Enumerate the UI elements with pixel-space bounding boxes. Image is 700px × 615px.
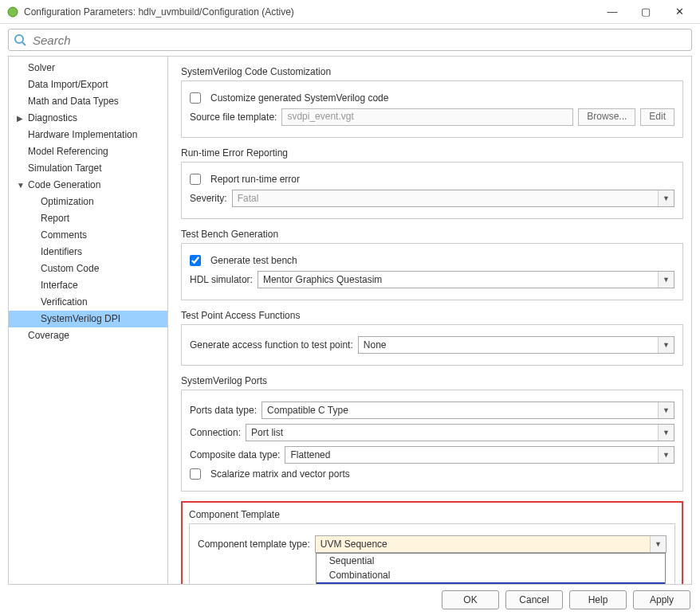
sidebar-item-label: SystemVerilog DPI [41, 313, 120, 324]
chevron-down-icon[interactable]: ▼ [658, 402, 674, 418]
sidebar-item-label: Solver [28, 62, 55, 73]
report-runtime-error-checkbox[interactable] [190, 174, 201, 185]
sidebar-item-hardware-implementation[interactable]: Hardware Implementation [9, 127, 167, 143]
close-button[interactable]: ✕ [670, 6, 689, 18]
footer: OK Cancel Help Apply [0, 585, 700, 615]
panel-testbench: Generate test bench HDL simulator: Mento… [181, 243, 683, 300]
sidebar-item-label: Identifiers [41, 246, 82, 257]
panel-component: Component template type: UVM Sequence ▼ … [189, 523, 675, 584]
connection-label: Connection: [190, 427, 241, 438]
sidebar-item-simulation-target[interactable]: Simulation Target [9, 160, 167, 177]
sidebar: SolverData Import/ExportMath and Data Ty… [9, 57, 168, 584]
sidebar-item-label: Simulation Target [28, 163, 102, 174]
sidebar-item-label: Coverage [28, 330, 69, 341]
connection-value: Port list [251, 427, 283, 438]
component-type-option[interactable]: Combinational [317, 568, 665, 582]
svg-point-1 [15, 35, 23, 43]
scalarize-label: Scalarize matrix and vector ports [210, 468, 350, 480]
sidebar-item-label: Optimization [41, 196, 94, 207]
sidebar-item-custom-code[interactable]: Custom Code [9, 260, 167, 277]
sidebar-item-verification[interactable]: Verification [9, 294, 167, 311]
sidebar-item-report[interactable]: Report [9, 210, 167, 227]
sidebar-item-label: Math and Data Types [28, 96, 119, 107]
app-icon [6, 6, 19, 18]
help-button[interactable]: Help [569, 590, 627, 609]
sidebar-item-diagnostics[interactable]: ▶Diagnostics [9, 110, 167, 127]
component-type-dropdown: SequentialCombinationalUVM SequenceUVM P… [316, 553, 666, 584]
customize-sv-label: Customize generated SystemVerilog code [210, 92, 388, 104]
report-runtime-error-label: Report run-time error [210, 174, 300, 185]
svg-point-0 [8, 7, 18, 17]
severity-select: Fatal ▼ [232, 190, 674, 207]
customize-sv-checkbox[interactable] [190, 92, 201, 104]
source-template-label: Source file template: [190, 112, 277, 123]
chevron-down-icon: ▼ [658, 190, 674, 206]
chevron-down-icon[interactable]: ▼ [658, 447, 674, 463]
sidebar-item-label: Model Referencing [28, 146, 108, 157]
hdl-simulator-label: HDL simulator: [190, 274, 253, 285]
tree-expand-icon[interactable]: ▶ [17, 112, 25, 125]
window-buttons: — ▢ ✕ [603, 6, 694, 18]
section-testbench-title: Test Bench Generation [181, 229, 683, 240]
sidebar-item-math-and-data-types[interactable]: Math and Data Types [9, 93, 167, 110]
sidebar-item-label: Data Import/Export [28, 79, 108, 90]
window-title: Configuration Parameters: hdlv_uvmbuild/… [24, 6, 603, 18]
component-type-option[interactable]: Sequential [317, 554, 665, 568]
connection-select[interactable]: Port list ▼ [246, 424, 674, 441]
sidebar-item-optimization[interactable]: Optimization [9, 194, 167, 210]
section-component-title: Component Template [189, 509, 675, 520]
testpoint-value: None [364, 339, 387, 351]
section-testpoint-title: Test Point Access Functions [181, 310, 683, 321]
component-type-option[interactable]: UVM Sequence [317, 582, 665, 584]
sidebar-item-label: Interface [41, 280, 78, 291]
severity-value: Fatal [238, 193, 259, 204]
edit-button[interactable]: Edit [640, 108, 674, 126]
source-template-input: svdpi_event.vgt [281, 108, 573, 126]
chevron-down-icon[interactable]: ▼ [658, 272, 674, 288]
apply-button[interactable]: Apply [633, 590, 690, 609]
panel-ports: Ports data type: Compatible C Type ▼ Con… [181, 390, 683, 492]
sidebar-item-code-generation[interactable]: ▼Code Generation [9, 177, 167, 194]
sidebar-item-label: Comments [41, 229, 87, 241]
composite-label: Composite data type: [190, 449, 280, 460]
chevron-down-icon[interactable]: ▼ [658, 337, 674, 353]
cancel-button[interactable]: Cancel [505, 590, 563, 609]
component-type-select[interactable]: UVM Sequence ▼ SequentialCombinationalUV… [315, 535, 667, 553]
search-input[interactable] [31, 33, 686, 48]
sidebar-item-interface[interactable]: Interface [9, 277, 167, 294]
sidebar-item-label: Verification [41, 296, 88, 308]
sidebar-item-label: Code Generation [28, 179, 100, 190]
sidebar-item-data-import-export[interactable]: Data Import/Export [9, 76, 167, 93]
ports-datatype-value: Compatible C Type [267, 405, 348, 416]
minimize-button[interactable]: — [603, 6, 622, 18]
generate-testbench-checkbox[interactable] [190, 255, 201, 266]
composite-value: Flattened [290, 449, 330, 460]
sidebar-item-label: Hardware Implementation [28, 129, 137, 140]
svg-line-2 [22, 42, 26, 45]
composite-select[interactable]: Flattened ▼ [285, 446, 674, 464]
sidebar-item-comments[interactable]: Comments [9, 227, 167, 244]
ok-button[interactable]: OK [442, 590, 499, 609]
sidebar-item-coverage[interactable]: Coverage [9, 327, 167, 344]
component-template-highlight: Component Template Component template ty… [181, 501, 683, 584]
testpoint-label: Generate access function to test point: [190, 339, 353, 351]
scalarize-checkbox[interactable] [190, 468, 201, 480]
testpoint-select[interactable]: None ▼ [358, 336, 674, 354]
sidebar-item-solver[interactable]: Solver [9, 60, 167, 76]
hdl-simulator-value: Mentor Graphics Questasim [263, 274, 382, 285]
chevron-down-icon[interactable]: ▼ [650, 536, 666, 552]
chevron-down-icon[interactable]: ▼ [658, 425, 674, 441]
browse-button[interactable]: Browse... [578, 108, 635, 126]
ports-datatype-select[interactable]: Compatible C Type ▼ [262, 402, 674, 419]
search-container [8, 29, 692, 51]
sidebar-item-identifiers[interactable]: Identifiers [9, 244, 167, 260]
main-panel: SystemVerilog Code Customization Customi… [168, 57, 691, 584]
hdl-simulator-select[interactable]: Mentor Graphics Questasim ▼ [258, 271, 674, 288]
component-type-label: Component template type: [198, 539, 310, 550]
sidebar-item-systemverilog-dpi[interactable]: SystemVerilog DPI [9, 311, 167, 327]
maximize-button[interactable]: ▢ [636, 6, 655, 18]
sidebar-item-model-referencing[interactable]: Model Referencing [9, 143, 167, 160]
generate-testbench-label: Generate test bench [210, 255, 297, 266]
section-runtime-title: Run-time Error Reporting [181, 147, 683, 159]
tree-expand-icon[interactable]: ▼ [17, 178, 25, 192]
